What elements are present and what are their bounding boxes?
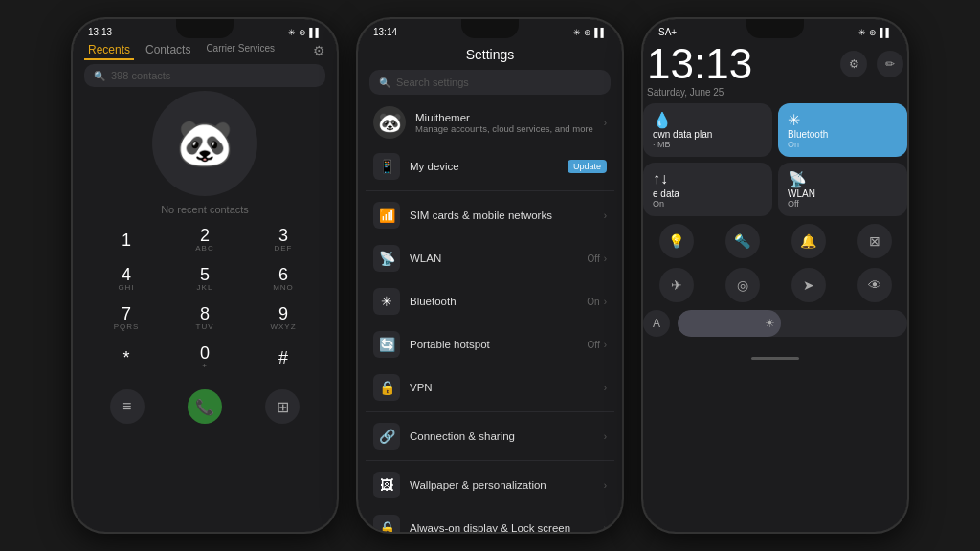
bell-btn[interactable]: 🔔 xyxy=(791,224,826,258)
device-text: My device xyxy=(410,161,558,172)
brightness-icon: A xyxy=(643,310,670,337)
dial-5[interactable]: 5JKL xyxy=(167,260,243,298)
hotspot-right: Off › xyxy=(588,340,608,350)
bluetooth-icon: ✳ xyxy=(373,288,400,315)
chevron-bluetooth: › xyxy=(604,297,607,307)
bluetooth-item[interactable]: ✳ Bluetooth On › xyxy=(366,280,614,322)
chevron-icon-profile: › xyxy=(604,118,607,128)
location-btn[interactable]: ➤ xyxy=(791,268,826,302)
update-badge[interactable]: Update xyxy=(568,160,607,173)
vpn-label: VPN xyxy=(410,382,594,393)
hotspot-item[interactable]: 🔄 Portable hotspot Off › xyxy=(366,323,614,365)
edata-label: e data xyxy=(653,188,763,199)
wlan-tile-label: WLAN xyxy=(788,188,898,199)
divider-1 xyxy=(366,190,614,191)
chevron-aod: › xyxy=(604,523,607,533)
bluetooth-tile-sub: On xyxy=(788,140,898,149)
profile-item[interactable]: 🐼 Miuithemer Manage accounts, cloud serv… xyxy=(366,100,614,144)
sim-icon: 📶 xyxy=(373,202,400,229)
dial-9[interactable]: 9WXYZ xyxy=(245,299,322,337)
wlan-tile[interactable]: 📡 WLAN Off xyxy=(778,163,907,216)
my-device-item[interactable]: 📱 My device Update xyxy=(366,145,614,187)
vpn-item[interactable]: 🔒 VPN › xyxy=(366,366,614,408)
bluetooth-tile[interactable]: ✳ Bluetooth On xyxy=(778,103,907,157)
dial-7[interactable]: 7PQRS xyxy=(88,299,165,337)
search-icon-2: 🔍 xyxy=(379,77,390,88)
menu-button[interactable]: ≡ xyxy=(110,389,145,424)
bluetooth-status: On xyxy=(587,297,599,307)
hotspot-status: Off xyxy=(588,340,600,350)
avatar-image: 🐼 xyxy=(152,91,257,196)
wlan-item[interactable]: 📡 WLAN Off › xyxy=(366,237,614,279)
screen-cast-btn[interactable]: ⊠ xyxy=(858,224,892,258)
dial-1[interactable]: 1 xyxy=(88,221,165,258)
big-clock: 13:13 xyxy=(647,43,752,85)
dialpad-toggle[interactable]: ⊞ xyxy=(265,389,300,424)
home-bar xyxy=(751,357,799,360)
tab-bar: Recents Contacts Carrier Services xyxy=(84,41,278,60)
eyecomfort-btn[interactable]: 👁 xyxy=(858,268,892,302)
edit-action-btn[interactable]: ✏ xyxy=(877,51,903,77)
dial-0[interactable]: 0+ xyxy=(167,339,243,376)
phone-control-center: SA+ ✳ ⊛ ▌▌ 13:13 ⚙ ✏ Saturday, June 25 xyxy=(641,17,909,534)
wlan-text: WLAN xyxy=(410,253,578,264)
dialpad: 1 2ABC 3DEF 4GHI 5JKL 6MNO 7PQRS 8TUV 9W… xyxy=(73,215,337,382)
edata-sub: On xyxy=(653,199,763,209)
dial-4[interactable]: 4GHI xyxy=(88,260,165,298)
hotspot-label: Portable hotspot xyxy=(410,339,578,350)
hotspot-text: Portable hotspot xyxy=(410,339,578,350)
settings-icon[interactable]: ⚙ xyxy=(313,43,325,58)
data-plan-sub: · MB xyxy=(653,140,763,149)
data-plan-tile[interactable]: 💧 own data plan · MB xyxy=(643,103,772,157)
vpn-icon: 🔒 xyxy=(373,374,400,401)
settings-list: 🐼 Miuithemer Manage accounts, cloud serv… xyxy=(358,100,622,532)
status-icons-1: ✳ ⊛ ▌▌ xyxy=(288,28,322,37)
vpn-text: VPN xyxy=(410,382,594,393)
aod-item[interactable]: 🔒 Always-on display & Lock screen › xyxy=(366,507,614,532)
dial-star[interactable]: * xyxy=(88,339,165,376)
brightness-track[interactable] xyxy=(678,310,907,337)
chevron-wlan: › xyxy=(604,253,607,264)
call-button[interactable]: 📞 xyxy=(188,389,222,424)
connection-icon: 🔗 xyxy=(373,423,400,450)
chevron-hotspot: › xyxy=(604,340,607,350)
sim-item[interactable]: 📶 SIM cards & mobile networks › xyxy=(366,194,614,236)
tab-contacts[interactable]: Contacts xyxy=(142,41,194,60)
settings-action-btn[interactable]: ⚙ xyxy=(840,51,867,77)
wallpaper-item[interactable]: 🖼 Wallpaper & personalization › xyxy=(366,464,614,506)
bluetooth-text: Bluetooth xyxy=(410,296,577,307)
divider-2 xyxy=(366,411,614,412)
dial-3[interactable]: 3DEF xyxy=(245,221,322,258)
dial-2[interactable]: 2ABC xyxy=(167,221,243,258)
chevron-connection: › xyxy=(604,431,607,442)
time-1: 13:13 xyxy=(88,27,112,37)
dnd-btn[interactable]: ◎ xyxy=(725,268,760,302)
divider-3 xyxy=(366,460,614,461)
sim-text: SIM cards & mobile networks xyxy=(410,209,594,221)
profile-avatar: 🐼 xyxy=(373,106,406,139)
sim-label: SIM cards & mobile networks xyxy=(410,209,594,221)
airplane-btn[interactable]: ✈ xyxy=(659,268,694,302)
icon-row-2: ✈ ◎ ➤ 👁 xyxy=(643,264,907,306)
contact-search-bar[interactable]: 🔍 398 contacts xyxy=(84,64,325,87)
wallpaper-label: Wallpaper & personalization xyxy=(410,479,594,491)
connection-item[interactable]: 🔗 Connection & sharing › xyxy=(366,415,614,457)
dial-6[interactable]: 6MNO xyxy=(245,260,322,298)
profile-text: Miuithemer Manage accounts, cloud servic… xyxy=(415,112,594,134)
torch-btn[interactable]: 🔦 xyxy=(725,224,760,258)
tab-recents[interactable]: Recents xyxy=(84,41,134,60)
icon-row-1: 💡 🔦 🔔 ⊠ xyxy=(643,218,907,264)
aod-text: Always-on display & Lock screen xyxy=(410,522,594,532)
clock-actions: ⚙ ✏ xyxy=(840,51,903,77)
hotspot-icon: 🔄 xyxy=(373,331,400,358)
data-plan-label: own data plan xyxy=(653,129,763,140)
time-2: 13:14 xyxy=(373,27,397,37)
edata-tile[interactable]: ↑↓ e data On xyxy=(643,163,772,216)
tab-carrier[interactable]: Carrier Services xyxy=(202,41,278,60)
settings-search-bar[interactable]: 🔍 Search settings xyxy=(369,70,611,95)
chevron-icon-sim: › xyxy=(604,210,607,221)
dial-hash[interactable]: # xyxy=(245,339,322,376)
brightness-row: A xyxy=(643,306,907,341)
vibrate-btn[interactable]: 💡 xyxy=(659,224,694,258)
dial-8[interactable]: 8TUV xyxy=(167,299,243,337)
